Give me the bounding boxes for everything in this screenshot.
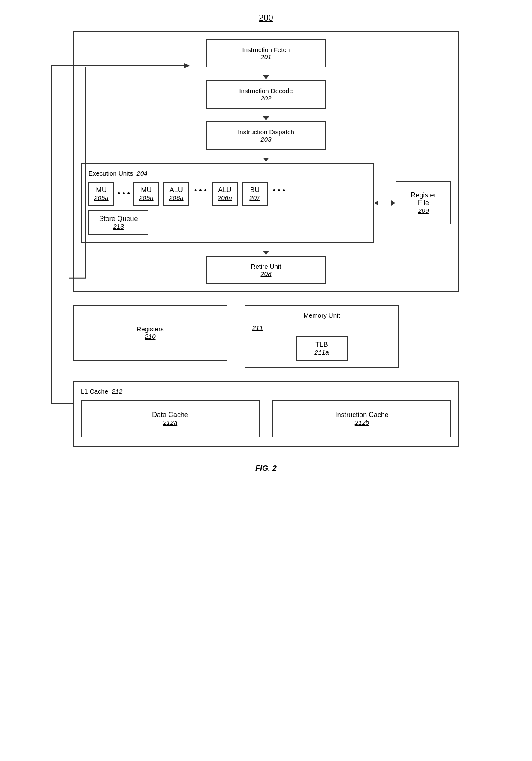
registers-label: Registers (136, 325, 163, 333)
dots-3: • • • (272, 182, 286, 195)
top-label-text: 200 (259, 13, 273, 22)
l1-cache-box: L1 Cache 212 Data Cache 212a Instruction… (73, 381, 459, 447)
arrow-left-head (374, 200, 378, 206)
mu-a-label: MU (94, 186, 109, 194)
register-file-box: Register File 209 (396, 181, 451, 224)
instruction-cache-num: 212b (282, 419, 442, 426)
register-file-label1: Register (404, 191, 443, 199)
dispatch-label: Instruction Dispatch (215, 128, 317, 136)
data-cache-box: Data Cache 212a (81, 400, 260, 437)
decode-num: 202 (215, 94, 317, 102)
exec-units-row: MU 205a • • • MU 205n (88, 182, 366, 235)
tlb-label: TLB (305, 341, 338, 349)
retire-unit-box: Retire Unit 208 (206, 256, 326, 284)
arrowhead-4 (263, 251, 269, 255)
store-queue-label: Store Queue (96, 215, 141, 223)
arrow-line-3 (266, 150, 266, 158)
figure-label: FIG. 2 (51, 464, 481, 473)
bu-num: 207 (247, 194, 263, 201)
data-cache-num: 212a (90, 419, 250, 426)
arrow-line-2 (266, 109, 266, 116)
alu-n-num: 206n (217, 194, 233, 201)
mu-n-label: MU (139, 186, 154, 194)
instruction-fetch-box: Instruction Fetch 201 (206, 39, 326, 67)
figure-label-text: FIG. 2 (255, 464, 277, 473)
bottom-section: Registers 210 Memory Unit 211 TLB 211a (73, 305, 459, 368)
alu-n-label: ALU (217, 186, 233, 194)
alu-a-box: ALU 206a (163, 182, 189, 206)
retire-num: 208 (215, 270, 317, 277)
alu-n-box: ALU 206n (212, 182, 238, 206)
dispatch-to-exec-arrow (263, 150, 269, 163)
mu-group: MU 205a • • • MU 205n (88, 182, 159, 235)
mu-top-row: MU 205a • • • MU 205n (88, 182, 159, 206)
arrow-lr-line (378, 203, 391, 203)
fetch-to-decode-arrow (263, 67, 269, 80)
exec-register-arrow (374, 200, 396, 206)
memory-unit-label: Memory Unit (303, 312, 340, 319)
register-file-label2: File (404, 199, 443, 207)
mu-n-num: 205n (139, 194, 154, 201)
mu-n-box: MU 205n (133, 182, 159, 206)
l1-title-row: L1 Cache 212 (81, 388, 451, 395)
register-file-num: 209 (404, 207, 443, 214)
decode-label: Instruction Decode (215, 87, 317, 94)
tlb-box: TLB 211a (296, 336, 348, 361)
fetch-label: Instruction Fetch (215, 46, 317, 53)
registers-num: 210 (145, 333, 155, 340)
store-queue-box: Store Queue 213 (88, 210, 148, 235)
arrowhead-3 (263, 158, 269, 162)
dots-2: • • • (193, 182, 208, 195)
data-cache-label: Data Cache (90, 411, 250, 419)
instruction-decode-box: Instruction Decode 202 (206, 80, 326, 109)
bu-box: BU 207 (242, 182, 268, 206)
instruction-cache-box: Instruction Cache 212b (272, 400, 451, 437)
fetch-num: 201 (215, 53, 317, 61)
store-queue-num: 213 (96, 223, 141, 230)
arrowhead-2 (263, 116, 269, 121)
dispatch-num: 203 (215, 136, 317, 143)
execution-units-box: Execution Units 204 MU 205a (81, 163, 374, 243)
instruction-cache-label: Instruction Cache (282, 411, 442, 419)
registers-box: Registers 210 (73, 305, 227, 361)
exec-label: Execution Units (88, 170, 133, 177)
arrow-right-head (391, 200, 396, 206)
memory-unit-num: 211 (252, 324, 391, 331)
l1-cache-num: 212 (112, 388, 122, 395)
arrow-line (266, 67, 266, 75)
decode-to-dispatch-arrow (263, 109, 269, 121)
dots-1: • • • (117, 189, 131, 198)
outer-pipeline-box: Instruction Fetch 201 Instruction Decode… (73, 31, 459, 292)
diagram-top-label: 200 (51, 13, 481, 23)
alu-a-label: ALU (169, 186, 184, 194)
exec-to-retire-arrow (263, 243, 269, 256)
l1-cache-label: L1 Cache (81, 388, 108, 395)
exec-num: 204 (137, 170, 148, 177)
retire-label: Retire Unit (215, 263, 317, 270)
exec-title: Execution Units 204 (88, 170, 366, 177)
bu-label: BU (247, 186, 263, 194)
instruction-dispatch-box: Instruction Dispatch 203 (206, 121, 326, 150)
memory-unit-box: Memory Unit 211 TLB 211a (245, 305, 399, 368)
alu-a-num: 206a (169, 194, 184, 201)
mu-a-num: 205a (94, 194, 109, 201)
memory-unit-title: Memory Unit (252, 312, 391, 319)
l1-inner-row: Data Cache 212a Instruction Cache 212b (81, 400, 451, 437)
mu-a-box: MU 205a (88, 182, 114, 206)
arrow-line-4 (266, 243, 266, 251)
tlb-num: 211a (305, 349, 338, 356)
arrowhead (263, 75, 269, 79)
